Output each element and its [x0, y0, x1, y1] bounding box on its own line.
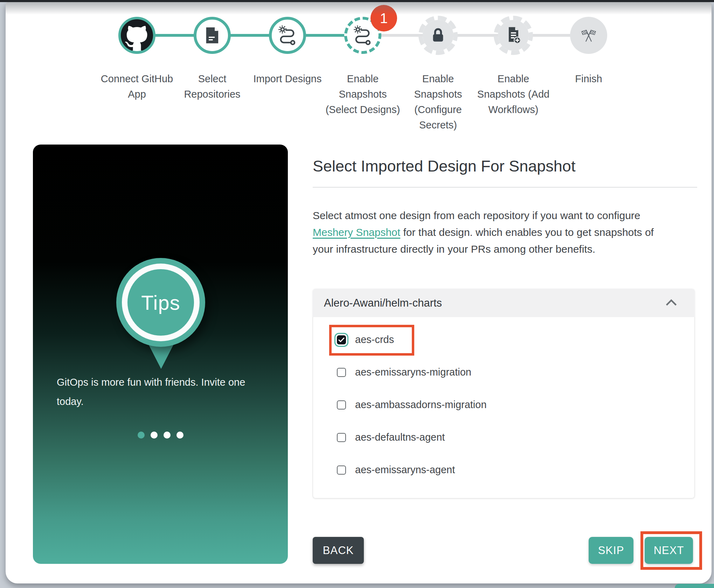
- lock-icon: [429, 26, 448, 45]
- skip-button[interactable]: SKIP: [589, 537, 633, 564]
- tips-message: GitOps is more fun with friends. Invite …: [57, 373, 274, 411]
- design-row: aes-crds: [313, 323, 694, 356]
- carousel-dot-1[interactable]: [138, 432, 145, 439]
- repository-name: Alero-Awani/helm-charts: [324, 297, 442, 309]
- carousel-dot-4[interactable]: [176, 432, 183, 439]
- design-row: aes-emissaryns-agent: [313, 454, 694, 486]
- design-checkbox[interactable]: [337, 433, 346, 442]
- tips-badge-text: Tips: [141, 291, 180, 314]
- design-checkbox[interactable]: [337, 400, 346, 410]
- repository-accordion: Alero-Awani/helm-charts aes-crdsaes-emis…: [313, 289, 695, 498]
- tips-card: Tips GitOps is more fun with friends. In…: [33, 145, 288, 564]
- design-path-icon: [277, 25, 298, 46]
- github-icon: [121, 19, 153, 51]
- description-before-link: Select atmost one design from each repos…: [313, 210, 640, 221]
- design-row: aes-emissaryns-migration: [313, 356, 694, 388]
- carousel-dot-2[interactable]: [151, 432, 158, 439]
- window-top-edge: [0, 0, 714, 2]
- design-list: aes-crdsaes-emissaryns-migrationaes-amba…: [313, 317, 695, 498]
- design-label: aes-defaultns-agent: [355, 432, 445, 443]
- design-path-icon: [352, 25, 373, 46]
- carousel-dots: [33, 432, 288, 439]
- stepper-step-3[interactable]: [269, 17, 306, 54]
- design-checkbox[interactable]: [337, 368, 346, 377]
- modal-top-shadow: [6, 2, 712, 15]
- step-notification-badge: 1: [370, 5, 397, 31]
- carousel-dot-3[interactable]: [164, 432, 171, 439]
- design-label: aes-emissaryns-agent: [355, 464, 455, 476]
- stepper-step-2[interactable]: [194, 17, 231, 54]
- stepper-step-6[interactable]: [494, 16, 533, 55]
- chat-widget-tab[interactable]: [675, 584, 714, 588]
- stepper-connector-pending: [363, 34, 589, 37]
- description-text: Select atmost one design from each repos…: [313, 207, 670, 258]
- repository-accordion-header[interactable]: Alero-Awani/helm-charts: [313, 289, 695, 317]
- back-button[interactable]: BACK: [313, 537, 364, 564]
- add-document-icon: [504, 26, 523, 45]
- next-button[interactable]: NEXT: [645, 537, 693, 564]
- design-label: aes-emissaryns-migration: [355, 366, 471, 378]
- design-checkbox-checked[interactable]: [337, 335, 346, 344]
- page-title: Select Imported Design For Snapshot: [313, 157, 575, 175]
- design-label: aes-ambassadorns-migration: [355, 399, 487, 411]
- chevron-up-icon: [666, 299, 677, 307]
- stepper-step-7[interactable]: [570, 17, 607, 54]
- design-row: aes-ambassadorns-migration: [313, 388, 694, 421]
- stepper-step-label: Finish: [543, 71, 635, 86]
- meshery-snapshot-link[interactable]: Meshery Snapshot: [313, 226, 400, 238]
- stepper-step-1[interactable]: [118, 17, 155, 54]
- design-row: aes-defaultns-agent: [313, 421, 694, 454]
- gitops-setup-modal: Connect GitHubAppSelectRepositoriesImpor…: [6, 2, 712, 583]
- tips-pin-core: Tips: [127, 269, 194, 336]
- title-divider: [313, 187, 697, 188]
- stepper-step-5[interactable]: [418, 16, 458, 55]
- tips-pin-ring: Tips: [122, 264, 200, 341]
- repository-icon: [202, 25, 222, 46]
- finish-flags-icon: [579, 26, 598, 45]
- design-checkbox[interactable]: [337, 465, 346, 475]
- design-label: aes-crds: [355, 334, 394, 345]
- tips-pin-icon: Tips: [116, 258, 205, 347]
- stepper-connector-completed: [137, 34, 363, 37]
